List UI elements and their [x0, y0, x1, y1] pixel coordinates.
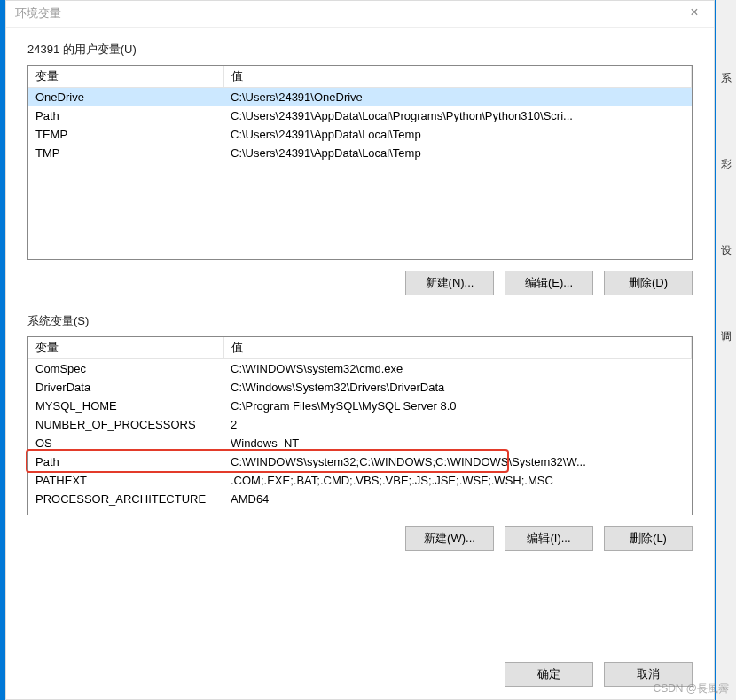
table-row[interactable]: OSWindows_NT	[28, 434, 692, 452]
bg-label: 彩	[716, 157, 736, 172]
table-row[interactable]: PROCESSOR_ARCHITECTUREAMD64	[28, 490, 692, 508]
var-value-cell: C:\WINDOWS\system32;C:\WINDOWS;C:\WINDOW…	[223, 452, 692, 471]
var-value-cell: C:\WINDOWS\system32\cmd.exe	[223, 359, 692, 379]
table-row[interactable]: PathC:\Users\24391\AppData\Local\Program…	[28, 106, 692, 125]
table-row[interactable]: OneDriveC:\Users\24391\OneDrive	[28, 88, 692, 107]
user-vars-buttons: 新建(N)... 编辑(E)... 删除(D)	[27, 271, 693, 295]
user-col-variable[interactable]: 变量	[28, 66, 223, 88]
bg-label: 设	[716, 243, 736, 258]
user-edit-button[interactable]: 编辑(E)...	[505, 271, 593, 295]
user-vars-listbox[interactable]: 变量 值 OneDriveC:\Users\24391\OneDrivePath…	[27, 65, 693, 260]
var-value-cell: C:\Users\24391\OneDrive	[223, 88, 692, 107]
sys-col-value[interactable]: 值	[223, 337, 692, 359]
var-name-cell: NUMBER_OF_PROCESSORS	[28, 415, 223, 434]
var-name-cell: PATHEXT	[28, 471, 223, 490]
dialog-button-row: 确定 取消	[6, 651, 714, 699]
close-icon[interactable]: ×	[682, 4, 707, 20]
var-value-cell: C:\Users\24391\AppData\Local\Temp	[223, 144, 692, 162]
dialog-title: 环境变量	[15, 6, 61, 21]
sys-edit-button[interactable]: 编辑(I)...	[505, 526, 593, 551]
user-delete-button[interactable]: 删除(D)	[604, 271, 693, 295]
var-value-cell: AMD64	[223, 490, 692, 508]
table-row[interactable]: TMPC:\Users\24391\AppData\Local\Temp	[28, 144, 692, 162]
sys-col-variable[interactable]: 变量	[28, 337, 223, 359]
user-vars-group: 24391 的用户变量(U) 变量 值 OneDriveC:\Users\243…	[27, 42, 693, 295]
user-new-button[interactable]: 新建(N)...	[405, 271, 494, 295]
user-vars-table: 变量 值 OneDriveC:\Users\24391\OneDrivePath…	[28, 66, 692, 162]
table-row[interactable]: ComSpecC:\WINDOWS\system32\cmd.exe	[28, 359, 692, 379]
var-name-cell: TEMP	[28, 125, 223, 144]
var-value-cell: .COM;.EXE;.BAT;.CMD;.VBS;.VBE;.JS;.JSE;.…	[223, 471, 692, 490]
bg-label: 调	[716, 329, 736, 344]
titlebar: 环境变量 ×	[6, 1, 714, 28]
sys-delete-button[interactable]: 删除(L)	[604, 526, 693, 551]
table-row[interactable]: PATHEXT.COM;.EXE;.BAT;.CMD;.VBS;.VBE;.JS…	[28, 471, 692, 490]
table-row[interactable]: NUMBER_OF_PROCESSORS2	[28, 415, 692, 434]
user-vars-label: 24391 的用户变量(U)	[27, 42, 693, 58]
system-vars-listbox[interactable]: 变量 值 ComSpecC:\WINDOWS\system32\cmd.exeD…	[27, 336, 693, 515]
table-row[interactable]: MYSQL_HOMEC:\Program Files\MySQL\MySQL S…	[28, 397, 692, 415]
table-row-path[interactable]: PathC:\WINDOWS\system32;C:\WINDOWS;C:\WI…	[28, 452, 692, 471]
var-name-cell: Path	[28, 106, 223, 125]
system-vars-table: 变量 值 ComSpecC:\WINDOWS\system32\cmd.exeD…	[28, 337, 692, 508]
ok-button[interactable]: 确定	[505, 662, 593, 687]
watermark-text: CSDN @長風霽	[653, 681, 729, 696]
var-value-cell: 2	[223, 415, 692, 434]
user-col-value[interactable]: 值	[223, 66, 692, 88]
bg-label: 系	[716, 71, 736, 86]
var-name-cell: MYSQL_HOME	[28, 397, 223, 415]
table-row[interactable]: DriverDataC:\Windows\System32\Drivers\Dr…	[28, 378, 692, 397]
var-name-cell: TMP	[28, 144, 223, 162]
var-value-cell: C:\Program Files\MySQL\MySQL Server 8.0	[223, 397, 692, 415]
system-vars-group: 系统变量(S) 变量 值 ComSpecC:\WINDOWS\system32\…	[27, 313, 693, 551]
sys-new-button[interactable]: 新建(W)...	[405, 526, 494, 551]
background-partial-window: 系 彩 设 调	[716, 0, 736, 700]
var-name-cell: Path	[28, 452, 223, 471]
var-value-cell: C:\Users\24391\AppData\Local\Programs\Py…	[223, 106, 692, 125]
env-vars-dialog: 环境变量 × 24391 的用户变量(U) 变量 值 OneDriveC:\Us…	[5, 0, 715, 700]
dialog-content: 24391 的用户变量(U) 变量 值 OneDriveC:\Users\243…	[6, 28, 714, 651]
var-name-cell: DriverData	[28, 378, 223, 397]
table-row[interactable]: TEMPC:\Users\24391\AppData\Local\Temp	[28, 125, 692, 144]
var-name-cell: OS	[28, 434, 223, 452]
system-vars-buttons: 新建(W)... 编辑(I)... 删除(L)	[27, 526, 693, 551]
var-name-cell: PROCESSOR_ARCHITECTURE	[28, 490, 223, 508]
var-value-cell: C:\Windows\System32\Drivers\DriverData	[223, 378, 692, 397]
var-name-cell: OneDrive	[28, 88, 223, 107]
var-value-cell: Windows_NT	[223, 434, 692, 452]
system-vars-label: 系统变量(S)	[27, 313, 693, 329]
var-value-cell: C:\Users\24391\AppData\Local\Temp	[223, 125, 692, 144]
var-name-cell: ComSpec	[28, 359, 223, 379]
